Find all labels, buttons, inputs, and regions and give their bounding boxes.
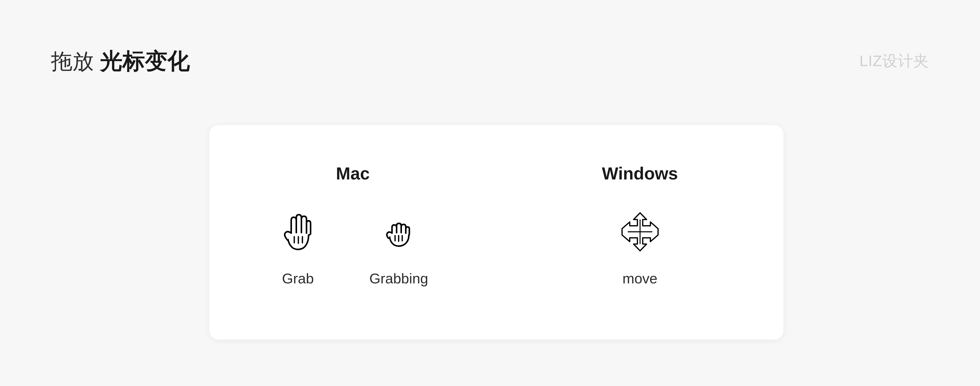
page: 拖放 光标变化 LIZ设计夹 Mac xyxy=(0,0,980,386)
title-main: 光标变化 xyxy=(100,46,190,77)
page-title: 拖放 光标变化 xyxy=(51,46,190,77)
column-windows: Windows xyxy=(496,125,783,340)
cursor-card: Mac xyxy=(209,125,783,340)
move-cursor-icon xyxy=(620,211,660,252)
title-prefix: 拖放 xyxy=(51,47,94,76)
cursor-label-grab: Grab xyxy=(282,270,314,287)
column-heading-mac: Mac xyxy=(336,163,369,183)
cursor-label-move: move xyxy=(622,270,657,287)
column-heading-windows: Windows xyxy=(602,163,678,183)
cursor-item-move: move xyxy=(620,211,660,287)
cursor-item-grab: Grab xyxy=(277,211,318,287)
watermark: LIZ设计夹 xyxy=(859,51,929,72)
cursor-label-grabbing: Grabbing xyxy=(369,270,428,287)
cursor-row-mac: Grab xyxy=(277,211,428,287)
grab-hand-icon xyxy=(277,211,318,252)
header: 拖放 光标变化 LIZ设计夹 xyxy=(51,46,929,77)
column-mac: Mac xyxy=(209,125,496,340)
cursor-row-windows: move xyxy=(620,211,660,287)
grabbing-hand-icon xyxy=(379,211,419,252)
cursor-item-grabbing: Grabbing xyxy=(369,211,428,287)
